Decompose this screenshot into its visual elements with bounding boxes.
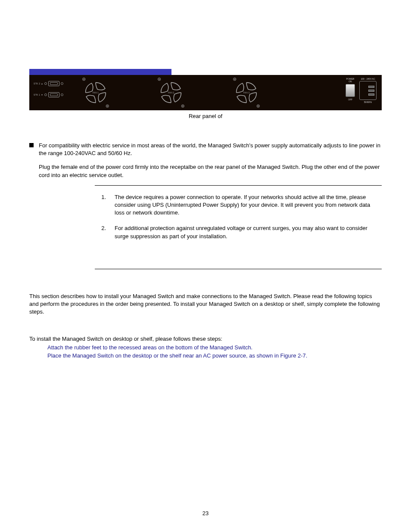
note-number: 2. [98,224,106,240]
page-number: 23 [202,510,209,516]
compatibility-text: For compatibility with electric service … [39,142,382,157]
svg-point-9 [234,79,235,80]
stk1-label: STK 1 ▼ [34,93,43,96]
note-1-text: The device requires a power connection t… [115,193,378,217]
rear-panel-figure: STK 2 ▲ STK 1 ▼ FAN 1 [29,75,382,110]
ac-inlet-icon [359,81,377,100]
fan1-label: FAN 1 [93,91,99,94]
ac-voltage-label: 100－240V AC [361,78,375,80]
led-icon [44,93,47,96]
led-icon [44,82,47,85]
bullet-icon [29,143,34,147]
port-icon [48,92,59,97]
fan3-label: FAN 3 [243,91,249,94]
stack-ports: STK 2 ▲ STK 1 ▼ [34,81,63,103]
led-icon [61,82,63,85]
plug-instructions-text: Plug the female end of the power cord fi… [39,163,382,179]
figure-caption: Rear panel of [29,113,382,119]
note-2-text: For additional protection against unregu… [115,224,378,240]
install-description: This section describes how to install yo… [29,292,382,316]
svg-point-7 [182,106,183,106]
led-icon [61,93,63,96]
svg-point-5 [159,79,160,80]
power-switch-icon [346,84,355,97]
power-off-label: OFF [348,98,352,101]
step-2: Place the Managed Switch on the desktop … [47,352,382,360]
notes-box: 1. The device requires a power connectio… [95,185,382,269]
steps-intro: To install the Managed Switch on desktop… [29,335,382,343]
svg-point-11 [258,106,258,106]
note-number: 1. [98,193,106,217]
ac-freq-label: 50/60Hz [364,101,372,103]
fan-icon: FAN 3 [230,76,263,109]
fan2-label: FAN 2 [168,91,174,94]
power-on-label: POWER ON [346,78,355,83]
stk2-label: STK 2 ▲ [34,82,43,85]
svg-point-1 [84,79,84,80]
header-blue-bar [29,69,171,75]
step-1: Attach the rubber feet to the recessed a… [47,343,382,352]
port-icon [48,81,59,86]
svg-point-3 [107,106,108,106]
power-block: POWER ON OFF 100－240V AC 50/60Hz [346,78,377,103]
fan-icon: FAN 1 [79,76,112,109]
fan-icon: FAN 2 [154,76,188,109]
